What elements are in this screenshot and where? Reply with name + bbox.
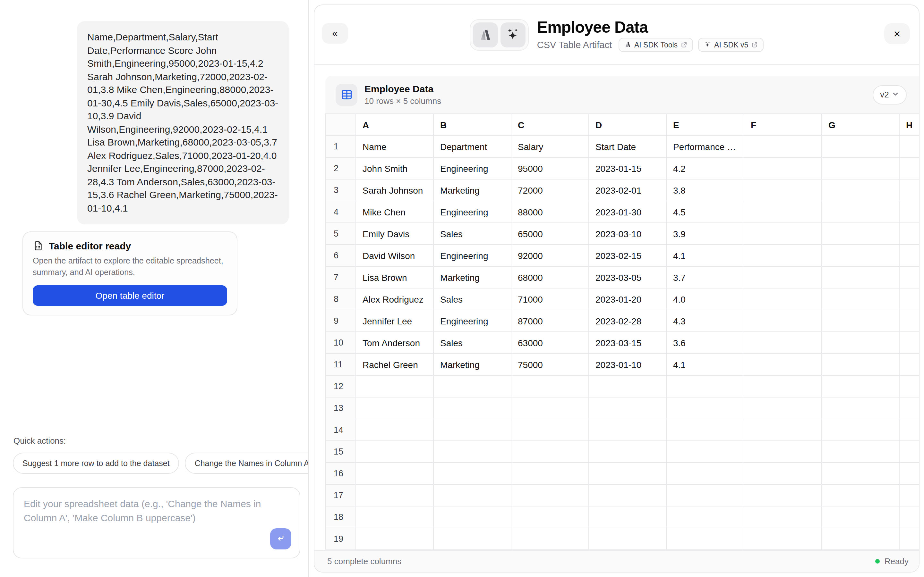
grid-cell-a10[interactable]: Tom Anderson (356, 332, 434, 354)
grid-cell-f11[interactable] (744, 354, 822, 376)
grid-cell-h10[interactable] (900, 332, 919, 354)
grid-cell-c11[interactable]: 75000 (511, 354, 589, 376)
badge-ai-sdk-tools[interactable]: AI SDK Tools (618, 37, 693, 52)
grid-cell-f7[interactable] (744, 267, 822, 288)
grid-cell-c13[interactable] (511, 398, 589, 419)
grid-cell-e11[interactable]: 4.1 (667, 354, 744, 376)
grid-cell-a11[interactable]: Rachel Green (356, 354, 434, 376)
row-number-8[interactable]: 8 (325, 288, 356, 310)
grid-cell-e10[interactable]: 3.6 (667, 332, 744, 354)
grid-cell-h16[interactable] (900, 463, 919, 485)
grid-cell-e14[interactable] (667, 419, 744, 441)
row-number-3[interactable]: 3 (325, 179, 356, 201)
grid-cell-f2[interactable] (744, 158, 822, 179)
grid-cell-a15[interactable] (356, 441, 434, 463)
grid-cell-d14[interactable] (589, 419, 667, 441)
grid-cell-c4[interactable]: 88000 (511, 201, 589, 223)
row-number-18[interactable]: 18 (325, 506, 356, 528)
column-header-f[interactable]: F (744, 114, 822, 136)
grid-cell-a14[interactable] (356, 419, 434, 441)
grid-cell-d5[interactable]: 2023-03-10 (589, 223, 667, 245)
column-header-d[interactable]: D (589, 114, 667, 136)
row-number-19[interactable]: 19 (325, 528, 356, 550)
grid-cell-c3[interactable]: 72000 (511, 179, 589, 201)
grid-cell-g11[interactable] (822, 354, 900, 376)
grid-cell-a19[interactable] (356, 528, 434, 550)
row-number-9[interactable]: 9 (325, 310, 356, 332)
grid-cell-c16[interactable] (511, 463, 589, 485)
grid-cell-h11[interactable] (900, 354, 919, 376)
row-number-15[interactable]: 15 (325, 441, 356, 463)
grid-cell-b1[interactable]: Department (434, 136, 511, 158)
grid-cell-b3[interactable]: Marketing (434, 179, 511, 201)
grid-cell-b4[interactable]: Engineering (434, 201, 511, 223)
grid-cell-d7[interactable]: 2023-03-05 (589, 267, 667, 288)
grid-cell-f5[interactable] (744, 223, 822, 245)
grid-cell-e5[interactable]: 3.9 (667, 223, 744, 245)
grid-cell-g13[interactable] (822, 398, 900, 419)
grid-cell-h1[interactable] (900, 136, 919, 158)
version-select[interactable]: v2 (873, 85, 907, 104)
grid-cell-g15[interactable] (822, 441, 900, 463)
grid-cell-c7[interactable]: 68000 (511, 267, 589, 288)
grid-cell-g14[interactable] (822, 419, 900, 441)
grid-cell-b2[interactable]: Engineering (434, 158, 511, 179)
grid-cell-e19[interactable] (667, 528, 744, 550)
grid-cell-f1[interactable] (744, 136, 822, 158)
row-number-16[interactable]: 16 (325, 463, 356, 485)
column-header-a[interactable]: A (356, 114, 434, 136)
grid-cell-d2[interactable]: 2023-01-15 (589, 158, 667, 179)
row-number-7[interactable]: 7 (325, 267, 356, 288)
grid-cell-h18[interactable] (900, 506, 919, 528)
grid-cell-d19[interactable] (589, 528, 667, 550)
grid-cell-g18[interactable] (822, 506, 900, 528)
grid-cell-c14[interactable] (511, 419, 589, 441)
grid-cell-a3[interactable]: Sarah Johnson (356, 179, 434, 201)
row-number-6[interactable]: 6 (325, 245, 356, 267)
grid-cell-f4[interactable] (744, 201, 822, 223)
grid-cell-e7[interactable]: 3.7 (667, 267, 744, 288)
grid-cell-e16[interactable] (667, 463, 744, 485)
grid-cell-e13[interactable] (667, 398, 744, 419)
grid-cell-g3[interactable] (822, 179, 900, 201)
grid-cell-c8[interactable]: 71000 (511, 288, 589, 310)
grid-cell-f17[interactable] (744, 485, 822, 506)
grid-cell-e18[interactable] (667, 506, 744, 528)
grid-cell-g4[interactable] (822, 201, 900, 223)
grid-cell-f8[interactable] (744, 288, 822, 310)
grid-cell-g2[interactable] (822, 158, 900, 179)
column-header-c[interactable]: C (511, 114, 589, 136)
badge-ai-sdk-v5[interactable]: AI SDK v5 (698, 37, 764, 52)
grid-cell-e9[interactable]: 4.3 (667, 310, 744, 332)
grid-cell-c9[interactable]: 87000 (511, 310, 589, 332)
column-header-e[interactable]: E (667, 114, 744, 136)
grid-cell-a1[interactable]: Name (356, 136, 434, 158)
grid-cell-b18[interactable] (434, 506, 511, 528)
grid-cell-h7[interactable] (900, 267, 919, 288)
grid-cell-f9[interactable] (744, 310, 822, 332)
grid-cell-c18[interactable] (511, 506, 589, 528)
grid-cell-b16[interactable] (434, 463, 511, 485)
close-button[interactable]: ✕ (884, 23, 910, 44)
grid-cell-f10[interactable] (744, 332, 822, 354)
grid-cell-f16[interactable] (744, 463, 822, 485)
grid-cell-c2[interactable]: 95000 (511, 158, 589, 179)
grid-cell-h3[interactable] (900, 179, 919, 201)
grid-cell-c15[interactable] (511, 441, 589, 463)
grid-cell-h13[interactable] (900, 398, 919, 419)
grid-cell-d17[interactable] (589, 485, 667, 506)
grid-cell-f15[interactable] (744, 441, 822, 463)
grid-cell-h2[interactable] (900, 158, 919, 179)
row-number-5[interactable]: 5 (325, 223, 356, 245)
grid-cell-e17[interactable] (667, 485, 744, 506)
grid-cell-c12[interactable] (511, 376, 589, 398)
row-number-14[interactable]: 14 (325, 419, 356, 441)
grid-cell-g1[interactable] (822, 136, 900, 158)
grid-scroll-area[interactable]: ABCDEFGH 1NameDepartmentSalaryStart Date… (325, 114, 919, 550)
grid-cell-h19[interactable] (900, 528, 919, 550)
grid-cell-d3[interactable]: 2023-02-01 (589, 179, 667, 201)
row-number-2[interactable]: 2 (325, 158, 356, 179)
grid-cell-g9[interactable] (822, 310, 900, 332)
grid-cell-e3[interactable]: 3.8 (667, 179, 744, 201)
grid-cell-a6[interactable]: David Wilson (356, 245, 434, 267)
